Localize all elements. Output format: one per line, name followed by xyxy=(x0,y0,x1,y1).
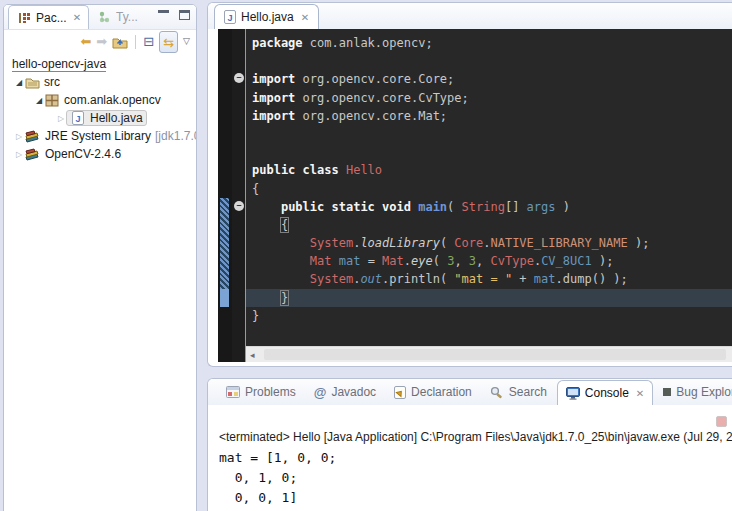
console-output-line: 0, 1, 0; xyxy=(219,468,732,488)
code-column: package com.anlak.opencv; import org.ope… xyxy=(246,29,732,362)
console-title: <terminated> Hello [Java Application] C:… xyxy=(208,405,732,444)
code-line[interactable]: { xyxy=(252,216,732,234)
tree-item-opencv-library[interactable]: ▷ OpenCV-2.4.6 xyxy=(4,145,196,163)
tree-item-project[interactable]: hello-opencv-java xyxy=(4,55,196,73)
code-line[interactable]: } xyxy=(252,307,732,325)
code-line[interactable] xyxy=(252,143,732,161)
tree-item-package[interactable]: ◢ com.anlak.opencv xyxy=(4,91,196,109)
back-icon[interactable]: ⬅ xyxy=(80,35,91,48)
console-body: <terminated> Hello [Java Application] C:… xyxy=(208,405,732,511)
code-line[interactable]: package com.anlak.opencv; xyxy=(252,34,732,52)
problems-icon xyxy=(226,386,240,398)
expanded-arrow-icon[interactable]: ◢ xyxy=(34,96,44,105)
java-file-icon: J xyxy=(70,111,86,125)
tab-javadoc[interactable]: @ Javadoc xyxy=(306,380,384,405)
code-line[interactable]: import org.opencv.core.Core; xyxy=(252,70,732,88)
editor-tab-label: Hello.java xyxy=(241,10,294,24)
toolbar-separator xyxy=(135,35,136,49)
console-output-line: 0, 0, 1] xyxy=(219,488,732,508)
fold-collapse-icon[interactable]: – xyxy=(234,73,244,83)
code-line[interactable]: { xyxy=(252,180,732,198)
editor-content: – – package com.anlak.opencv; import org… xyxy=(208,29,732,362)
svg-text:J: J xyxy=(75,114,80,124)
project-label: hello-opencv-java xyxy=(12,57,106,72)
scroll-left-icon[interactable]: ◂ xyxy=(246,350,259,360)
expanded-arrow-icon[interactable]: ◢ xyxy=(14,78,24,87)
svg-text:J: J xyxy=(227,13,232,23)
collapse-all-icon[interactable]: ⊟ xyxy=(143,35,154,48)
jre-version-decoration: [jdk1.7.0 xyxy=(155,129,196,143)
collapsed-arrow-icon[interactable]: ▷ xyxy=(14,150,24,159)
tree-item-src[interactable]: ◢ src xyxy=(4,73,196,91)
code-line[interactable]: Mat mat = Mat.eye( 3, 3, CvType.CV_8UC1 … xyxy=(252,252,732,270)
view-toolbar: ⬅ ➡ ⊟ ⇆ ▽ xyxy=(4,30,196,53)
cursor-line-indicator xyxy=(220,289,229,307)
code-line[interactable]: } xyxy=(246,289,732,307)
code-line[interactable]: System.out.println( "mat = " + mat.dump(… xyxy=(252,270,732,288)
close-icon[interactable]: ✕ xyxy=(636,388,644,399)
code-line[interactable]: public static void main( String[] args ) xyxy=(252,198,732,216)
tab-label: Pac... xyxy=(36,11,67,25)
console-output-line: mat = [1, 0, 0; xyxy=(219,448,732,468)
editor-area: J Hello.java ✕ – – package com.anlak.ope… xyxy=(207,2,732,367)
close-icon[interactable]: ✕ xyxy=(301,12,309,23)
tab-type-hierarchy[interactable]: Ty... xyxy=(89,5,145,29)
search-icon xyxy=(490,386,504,399)
fold-collapse-icon[interactable]: – xyxy=(234,201,244,211)
go-up-icon[interactable] xyxy=(112,35,128,49)
view-menu-icon[interactable]: ▽ xyxy=(183,37,190,46)
package-explorer-icon xyxy=(16,12,32,24)
method-range-indicator xyxy=(220,198,229,289)
forward-icon[interactable]: ➡ xyxy=(96,35,107,48)
library-icon xyxy=(24,148,41,161)
maximize-icon[interactable] xyxy=(179,10,190,20)
tab-console[interactable]: Console ✕ xyxy=(557,380,653,405)
code-line[interactable]: public class Hello xyxy=(252,161,732,179)
collapsed-arrow-icon[interactable]: ▷ xyxy=(56,114,66,123)
source-folder-icon xyxy=(24,76,40,89)
close-icon[interactable]: ✕ xyxy=(73,12,81,23)
tree-item-jre-library[interactable]: ▷ JRE System Library [jdk1.7.0 xyxy=(4,127,196,145)
code-line[interactable] xyxy=(252,125,732,143)
collapsed-arrow-icon[interactable]: ▷ xyxy=(14,132,24,141)
java-file-icon: J xyxy=(224,10,236,24)
scrollbar-thumb[interactable] xyxy=(264,349,726,360)
console-output[interactable]: mat = [1, 0, 0; 0, 1, 0; 0, 0, 1] xyxy=(208,444,732,508)
project-tree: hello-opencv-java ◢ src ◢ com.anlak.open… xyxy=(4,53,196,163)
tab-bug-explorer[interactable]: Bug Explorer xyxy=(655,380,732,405)
code-line[interactable] xyxy=(252,52,732,70)
tab-package-explorer[interactable]: Pac... ✕ xyxy=(8,5,89,29)
code-line[interactable]: import org.opencv.core.CvType; xyxy=(252,89,732,107)
package-icon xyxy=(44,94,60,107)
javadoc-icon: @ xyxy=(314,385,327,400)
tab-problems[interactable]: Problems xyxy=(218,380,304,405)
horizontal-scrollbar[interactable]: ◂ xyxy=(246,346,732,362)
package-explorer-view: Pac... ✕ Ty... ⬅ ➡ ⊟ ⇆ ▽ hello-opencv-ja… xyxy=(3,4,197,511)
console-view: Problems @ Javadoc Declaration Search Co… xyxy=(207,378,732,511)
folding-ruler[interactable]: – – xyxy=(232,29,246,362)
annotation-ruler[interactable] xyxy=(218,29,232,362)
console-icon xyxy=(566,387,580,400)
bug-explorer-icon xyxy=(663,388,671,396)
editor-tabbar: J Hello.java ✕ xyxy=(208,3,732,29)
bottom-tabbar: Problems @ Javadoc Declaration Search Co… xyxy=(208,379,732,405)
minimize-icon[interactable] xyxy=(158,10,169,19)
editor-tab-hello-java[interactable]: J Hello.java ✕ xyxy=(214,4,319,29)
tree-item-hello-java[interactable]: ▷ J Hello.java xyxy=(4,109,196,127)
tab-label: Ty... xyxy=(116,10,138,24)
code-area[interactable]: package com.anlak.opencv; import org.ope… xyxy=(246,29,732,346)
tab-search[interactable]: Search xyxy=(482,380,555,405)
code-line[interactable]: System.loadLibrary( Core.NATIVE_LIBRARY_… xyxy=(252,234,732,252)
library-icon xyxy=(24,130,41,143)
selected-file-highlight: J Hello.java xyxy=(66,110,147,126)
link-with-editor-icon[interactable]: ⇆ xyxy=(159,31,178,53)
view-tabbar: Pac... ✕ Ty... xyxy=(4,5,196,30)
terminate-icon[interactable] xyxy=(716,416,727,427)
type-hierarchy-icon xyxy=(96,11,112,23)
declaration-icon xyxy=(394,386,406,399)
tab-declaration[interactable]: Declaration xyxy=(386,380,480,405)
code-line[interactable]: import org.opencv.core.Mat; xyxy=(252,107,732,125)
